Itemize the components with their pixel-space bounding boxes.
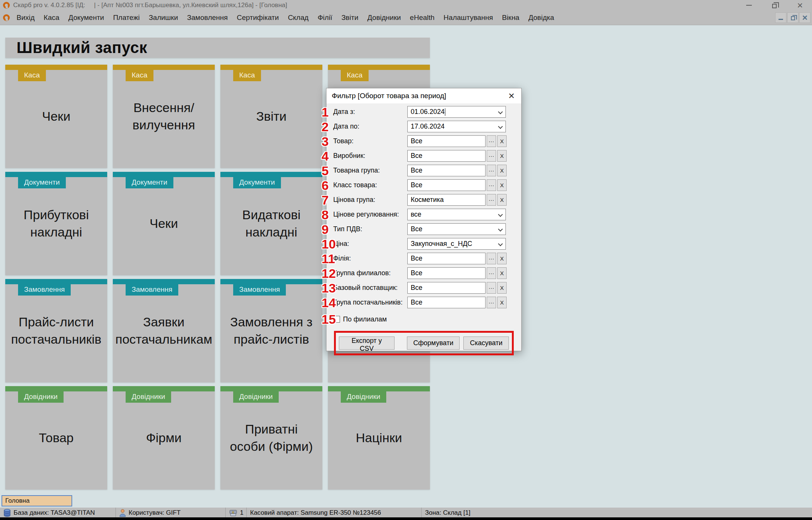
input-value: Все: [411, 181, 422, 189]
bazovyi-postavshchik-input[interactable]: Все: [407, 282, 486, 294]
mdi-close-button[interactable]: ×: [799, 12, 810, 23]
minimize-button[interactable]: [745, 2, 753, 9]
input-value: Все: [411, 269, 422, 277]
field-label: Товарна група:: [333, 167, 407, 174]
hrupa-postachalnykiv-browse-button[interactable]: ···: [487, 297, 496, 308]
mdi-restore-button[interactable]: [787, 12, 798, 23]
menu-sklad[interactable]: Склад: [283, 11, 313, 25]
field-label: Тип ПДВ:: [333, 225, 407, 233]
tile-dovidnyky-firmy[interactable]: Довідники Фірми: [113, 386, 215, 490]
tovar-browse-button[interactable]: ···: [487, 135, 496, 147]
annotation-number-6: 6: [322, 178, 329, 193]
hruppa-filialov-browse-button[interactable]: ···: [487, 267, 496, 279]
menu-sertyfikaty[interactable]: Сертифікати: [232, 11, 284, 25]
cancel-button[interactable]: Скасувати: [463, 337, 509, 350]
chevron-down-icon[interactable]: [498, 227, 503, 232]
mdi-minimize-button[interactable]: [775, 12, 786, 23]
tile-dovidnyky-pryvatni-osoby[interactable]: Довідники Приватні особи (Фірми): [220, 386, 322, 490]
tsinova-hrupa-clear-button[interactable]: X: [497, 194, 507, 206]
field-label: Базовый поставщик:: [333, 284, 407, 292]
date-to-combobox[interactable]: 17.06.2024: [407, 121, 506, 132]
tab-holovna[interactable]: Головна: [2, 495, 72, 506]
bazovyi-postavshchik-browse-button[interactable]: ···: [487, 282, 496, 294]
tsinova-hrupa-browse-button[interactable]: ···: [487, 194, 496, 206]
tovarna-hrupa-input[interactable]: Все: [407, 165, 486, 176]
annotation-number-1: 1: [322, 105, 329, 119]
chevron-down-icon[interactable]: [498, 241, 503, 246]
hruppa-filialov-clear-button[interactable]: X: [497, 267, 507, 279]
tile-zamovlennia-price-lists[interactable]: Замовлення Прайс-листи постачальників: [5, 279, 107, 382]
field-hrupa-postachalnykiv: 14 Група постачальників: Все ··· X: [333, 297, 515, 308]
vyrobnyk-input[interactable]: Все: [407, 150, 486, 162]
menu-nalashtuvannia[interactable]: Налаштування: [439, 11, 497, 25]
menu-filii[interactable]: Філії: [313, 11, 337, 25]
window-title: Скарб pro v. 4.0.2.85 [ІД: | - [Апт №003…: [13, 2, 287, 9]
tile-label: Чеки: [113, 172, 215, 275]
klass-tovara-clear-button[interactable]: X: [497, 179, 507, 191]
tile-dovidnyky-natsinky[interactable]: Довідники Націнки: [328, 386, 430, 490]
tsinove-rehuliuvannia-combobox[interactable]: все: [407, 209, 506, 220]
restore-button[interactable]: [771, 2, 778, 9]
tile-zamovlennia-zaiavky[interactable]: Замовлення Заявки постачальникам: [113, 279, 215, 382]
generate-button[interactable]: Сформувати: [407, 337, 460, 350]
menu-zvity[interactable]: Звіти: [337, 11, 363, 25]
tsina-combobox[interactable]: Закупочная_с_НДС: [407, 238, 506, 250]
status-register-count: 1: [226, 508, 247, 518]
bazovyi-postavshchik-clear-button[interactable]: X: [497, 282, 507, 294]
menu-dovidnyky[interactable]: Довідники: [363, 11, 405, 25]
tovar-clear-button[interactable]: X: [497, 135, 507, 147]
date-from-combobox[interactable]: 01.06.2024: [407, 106, 506, 118]
status-register: Касовий апарат: Samsung ER-350 №123456: [247, 508, 422, 518]
export-csv-button[interactable]: Експорт у CSV: [339, 337, 395, 350]
close-button[interactable]: ×: [796, 2, 804, 9]
menu-vykhid[interactable]: Вихід: [12, 11, 39, 25]
tile-dokumenty-cheky[interactable]: Документи Чеки: [113, 172, 215, 275]
annotation-number-12: 12: [322, 266, 336, 280]
menu-dovidka[interactable]: Довідка: [524, 11, 559, 25]
chevron-down-icon[interactable]: [498, 109, 503, 114]
klass-tovara-input[interactable]: Все: [407, 179, 486, 191]
tile-kasa-vnesennia-vyluchennia[interactable]: Каса Внесення/вилучення: [113, 65, 215, 168]
menu-zamovlennia[interactable]: Замовлення: [182, 11, 232, 25]
annotation-number-4: 4: [322, 149, 329, 163]
filiia-input[interactable]: Все: [407, 253, 486, 264]
klass-tovara-browse-button[interactable]: ···: [487, 179, 496, 191]
chevron-down-icon[interactable]: [498, 212, 503, 217]
tovarna-hrupa-clear-button[interactable]: X: [497, 165, 507, 176]
tile-dokumenty-vydatkovi-nakladni[interactable]: Документи Видаткові накладні: [220, 172, 322, 275]
hrupa-postachalnykiv-clear-button[interactable]: X: [497, 297, 507, 308]
tovarna-hrupa-browse-button[interactable]: ···: [487, 165, 496, 176]
tile-label: Товар: [5, 386, 107, 490]
vyrobnyk-browse-button[interactable]: ···: [487, 150, 496, 162]
dialog-close-icon[interactable]: ×: [507, 91, 516, 101]
menu-zalyshky[interactable]: Залишки: [144, 11, 182, 25]
quick-launch-header: Швидкий запуск: [5, 38, 430, 58]
hrupa-postachalnykiv-input[interactable]: Все: [407, 297, 486, 308]
menu-kasa[interactable]: Каса: [39, 11, 64, 25]
tovar-input[interactable]: Все: [407, 135, 486, 147]
menu-ehealth[interactable]: eHealth: [405, 11, 439, 25]
menu-dokumenty[interactable]: Документи: [64, 11, 109, 25]
tile-kasa-cheky[interactable]: Каса Чеки: [5, 65, 107, 168]
menu-vikna[interactable]: Вікна: [498, 11, 524, 25]
typ-pdv-combobox[interactable]: Все: [407, 223, 506, 235]
annotation-number-15: 15: [322, 312, 336, 327]
tsinova-hrupa-input[interactable]: Косметика: [407, 194, 486, 206]
tile-dokumenty-prybutkovi-nakladni[interactable]: Документи Прибуткові накладні: [5, 172, 107, 275]
vyrobnyk-clear-button[interactable]: X: [497, 150, 507, 162]
annotation-number-14: 14: [322, 295, 336, 310]
tile-dovidnyky-tovar[interactable]: Довідники Товар: [5, 386, 107, 490]
field-label: Дата по:: [333, 123, 407, 130]
status-zone: Зона: Склад [1]: [422, 508, 812, 518]
filiia-clear-button[interactable]: X: [497, 253, 507, 264]
status-register-text: Касовий апарат: Samsung ER-350 №123456: [250, 509, 381, 517]
tile-kasa-zvity[interactable]: Каса Звіти: [220, 65, 322, 168]
hruppa-filialov-input[interactable]: Все: [407, 267, 486, 279]
page-title: Швидкий запуск: [17, 39, 147, 57]
field-filiia: 11 Філія: Все ··· X: [333, 253, 515, 264]
menu-platezhi[interactable]: Платежі: [109, 11, 144, 25]
filter-dialog: Фильтр [Оборот товара за период] × 1 Дат…: [326, 88, 522, 351]
chevron-down-icon[interactable]: [498, 124, 503, 129]
filiia-browse-button[interactable]: ···: [487, 253, 496, 264]
tile-zamovlennia-z-price-lists[interactable]: Замовлення Замовлення з прайс-листів: [220, 279, 322, 382]
